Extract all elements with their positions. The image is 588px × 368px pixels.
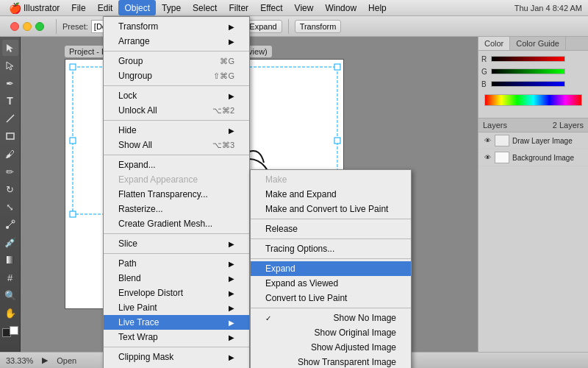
menu-envelope[interactable]: Envelope Distort ▶ — [104, 286, 249, 300]
blue-label: B — [481, 80, 489, 88]
menu-live-paint[interactable]: Live Paint ▶ — [104, 300, 249, 315]
menu-gradient-mesh[interactable]: Create Gradient Mesh... — [104, 216, 249, 231]
zoom-tool[interactable]: 🔍 — [2, 287, 18, 303]
apple-menu[interactable]: 🍎 — [3, 0, 18, 15]
hand-tool[interactable]: ✋ — [2, 305, 18, 321]
close-button[interactable] — [10, 22, 19, 31]
blend-tool[interactable] — [2, 216, 18, 233]
menu-group[interactable]: Group ⌘G — [104, 54, 249, 68]
menu-transform[interactable]: Transform ▶ — [104, 19, 249, 34]
spectrum-bar[interactable] — [484, 94, 582, 106]
menu-rasterize[interactable]: Rasterize... — [104, 202, 249, 216]
line-tool[interactable] — [2, 110, 18, 127]
menu-path[interactable]: Path ▶ — [104, 256, 249, 271]
layer-row-2[interactable]: 👁 Background Image — [478, 149, 588, 166]
rotate-tool[interactable]: ↻ — [2, 181, 18, 197]
menu-hide[interactable]: Hide ▶ — [104, 123, 249, 138]
submenu-convert-live-paint[interactable]: Convert to Live Paint — [251, 291, 411, 305]
direct-selection-tool[interactable] — [2, 57, 18, 74]
submenu-transparent-image[interactable]: Show Transparent Image — [251, 355, 411, 368]
red-slider[interactable] — [491, 56, 565, 62]
green-label: G — [481, 68, 489, 76]
filter-menu[interactable]: Filter — [223, 0, 254, 15]
svg-rect-10 — [70, 138, 76, 144]
maximize-button[interactable] — [35, 22, 44, 31]
submenu-no-image[interactable]: ✓Show No Image — [251, 311, 411, 325]
sub-sep-3 — [251, 258, 411, 259]
color-tab[interactable]: Color — [478, 37, 510, 50]
eyedropper-tool[interactable]: 💉 — [2, 234, 18, 250]
pen-tool[interactable]: ✒ — [2, 75, 18, 91]
mesh-tool[interactable]: # — [2, 269, 18, 286]
view-menu[interactable]: View — [289, 0, 320, 15]
submenu-tracing-options[interactable]: Tracing Options... — [251, 241, 411, 256]
submenu-original-image[interactable]: Show Original Image — [251, 325, 411, 340]
submenu-make-expand[interactable]: Make and Expand — [251, 187, 411, 202]
submenu-make-live-paint[interactable]: Make and Convert to Live Paint — [251, 202, 411, 216]
menu-sep-1 — [104, 51, 249, 52]
submenu-adjusted-image[interactable]: Show Adjusted Image — [251, 340, 411, 355]
menu-arrange[interactable]: Arrange ▶ — [104, 34, 249, 49]
red-slider-row: R — [481, 54, 585, 64]
menu-clipping-mask[interactable]: Clipping Mask ▶ — [104, 350, 249, 364]
layer-row-1[interactable]: 👁 Draw Layer Image — [478, 132, 588, 149]
layers-panel: Layers 2 Layers 👁 Draw Layer Image 👁 Bac… — [478, 118, 588, 166]
file-menu[interactable]: File — [65, 0, 91, 15]
edit-menu[interactable]: Edit — [92, 0, 119, 15]
color-guide-tab[interactable]: Color Guide — [510, 37, 566, 50]
submenu-release[interactable]: Release — [251, 222, 411, 236]
svg-line-4 — [7, 222, 13, 227]
menu-compound-path[interactable]: Compound Path ▶ — [104, 364, 249, 368]
menu-expand[interactable]: Expand... — [104, 158, 249, 172]
effect-menu[interactable]: Effect — [254, 0, 288, 15]
blue-slider[interactable] — [491, 81, 565, 87]
type-tool[interactable]: T — [2, 93, 18, 109]
livetrace-submenu: Make Make and Expand Make and Convert to… — [250, 169, 412, 368]
window-menu[interactable]: Window — [319, 0, 362, 15]
illustrator-menu[interactable]: Illustrator — [18, 0, 65, 15]
menu-slice[interactable]: Slice ▶ — [104, 236, 249, 251]
menubar: 🍎 Illustrator File Edit Object Type Sele… — [0, 0, 588, 16]
menu-lock[interactable]: Lock ▶ — [104, 88, 249, 103]
menu-flatten[interactable]: Flatten Transparency... — [104, 187, 249, 202]
scale-tool[interactable]: ⤡ — [2, 199, 18, 215]
layer-visibility-1[interactable]: 👁 — [483, 136, 492, 145]
rectangle-tool[interactable] — [2, 128, 18, 144]
sub-sep-1 — [251, 219, 411, 219]
submenu-expand[interactable]: Expand — [251, 261, 411, 276]
gradient-tool[interactable] — [2, 252, 18, 268]
select-menu[interactable]: Select — [187, 0, 223, 15]
expand-button[interactable]: Expand — [244, 20, 282, 33]
menu-sep-5 — [104, 233, 249, 234]
svg-rect-11 — [334, 138, 340, 144]
menu-expand-appearance: Expand Appearance — [104, 172, 249, 187]
help-menu[interactable]: Help — [362, 0, 392, 15]
toolbar-sep4 — [288, 19, 289, 34]
menu-unlock-all[interactable]: Unlock All ⌥⌘2 — [104, 103, 249, 118]
transform-button[interactable]: Transform — [295, 20, 342, 33]
minimize-button[interactable] — [23, 22, 32, 31]
pencil-tool[interactable]: ✏ — [2, 163, 18, 180]
menu-ungroup[interactable]: Ungroup ⇧⌘G — [104, 68, 249, 83]
paintbrush-tool[interactable]: 🖌 — [2, 146, 18, 162]
menu-show-all[interactable]: Show All ⌥⌘3 — [104, 138, 249, 152]
status-triangle[interactable]: ▶ — [42, 355, 48, 365]
menu-text-wrap[interactable]: Text Wrap ▶ — [104, 330, 249, 344]
color-sliders: R G B — [478, 51, 588, 112]
menu-sep-7 — [104, 347, 249, 347]
menu-live-trace[interactable]: Live Trace ▶ — [104, 315, 249, 330]
object-menu-trigger[interactable]: Object — [118, 0, 156, 15]
menu-sep-2 — [104, 85, 249, 86]
submenu-expand-viewed[interactable]: Expand as Viewed — [251, 276, 411, 291]
svg-rect-12 — [70, 211, 76, 217]
svg-rect-5 — [7, 256, 14, 263]
red-label: R — [481, 55, 489, 63]
layer-name-1: Draw Layer Image — [512, 137, 573, 145]
menu-blend[interactable]: Blend ▶ — [104, 271, 249, 286]
type-menu[interactable]: Type — [156, 0, 187, 15]
selection-tool[interactable] — [2, 40, 18, 56]
fill-color[interactable] — [10, 326, 18, 335]
svg-rect-7 — [70, 64, 76, 70]
layer-visibility-2[interactable]: 👁 — [483, 153, 492, 162]
green-slider[interactable] — [491, 68, 565, 74]
